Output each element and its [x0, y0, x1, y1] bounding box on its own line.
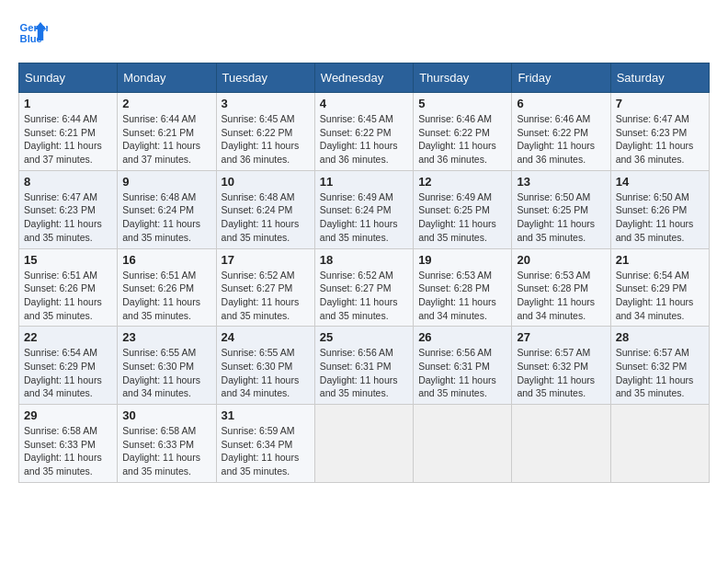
day-detail: Sunrise: 6:48 AM Sunset: 6:24 PM Dayligh… — [122, 190, 210, 245]
calendar-cell: 28 Sunrise: 6:57 AM Sunset: 6:32 PM Dayl… — [610, 327, 709, 405]
weekday-header-monday: Monday — [118, 63, 216, 93]
day-number: 19 — [418, 253, 506, 267]
calendar-cell — [314, 405, 413, 483]
day-number: 25 — [320, 330, 408, 344]
calendar-cell: 20 Sunrise: 6:53 AM Sunset: 6:28 PM Dayl… — [512, 248, 610, 327]
day-detail: Sunrise: 6:51 AM Sunset: 6:26 PM Dayligh… — [24, 269, 112, 323]
day-number: 23 — [122, 330, 210, 344]
day-number: 27 — [517, 330, 605, 344]
day-detail: Sunrise: 6:46 AM Sunset: 6:22 PM Dayligh… — [517, 112, 605, 167]
day-number: 10 — [222, 175, 310, 189]
day-number: 31 — [222, 408, 310, 422]
day-detail: Sunrise: 6:46 AM Sunset: 6:22 PM Dayligh… — [418, 112, 506, 167]
logo-icon: General Blue — [18, 18, 48, 48]
calendar-cell: 23 Sunrise: 6:55 AM Sunset: 6:30 PM Dayl… — [118, 327, 216, 405]
calendar-cell: 30 Sunrise: 6:58 AM Sunset: 6:33 PM Dayl… — [118, 405, 216, 483]
day-number: 5 — [418, 97, 506, 110]
calendar-cell: 15 Sunrise: 6:51 AM Sunset: 6:26 PM Dayl… — [19, 248, 118, 327]
calendar-cell: 22 Sunrise: 6:54 AM Sunset: 6:29 PM Dayl… — [19, 327, 118, 405]
calendar-cell: 31 Sunrise: 6:59 AM Sunset: 6:34 PM Dayl… — [216, 405, 314, 483]
calendar-table: SundayMondayTuesdayWednesdayThursdayFrid… — [18, 63, 710, 483]
day-number: 2 — [122, 97, 210, 110]
day-number: 14 — [616, 175, 704, 189]
day-number: 29 — [24, 408, 112, 422]
day-detail: Sunrise: 6:50 AM Sunset: 6:25 PM Dayligh… — [517, 190, 605, 245]
day-detail: Sunrise: 6:47 AM Sunset: 6:23 PM Dayligh… — [24, 190, 112, 245]
calendar-cell — [512, 405, 610, 483]
weekday-header-thursday: Thursday — [414, 63, 512, 93]
day-detail: Sunrise: 6:57 AM Sunset: 6:32 PM Dayligh… — [616, 346, 704, 400]
weekday-header-wednesday: Wednesday — [314, 63, 413, 93]
day-detail: Sunrise: 6:52 AM Sunset: 6:27 PM Dayligh… — [320, 269, 408, 323]
calendar-cell: 9 Sunrise: 6:48 AM Sunset: 6:24 PM Dayli… — [118, 170, 216, 248]
day-number: 26 — [418, 330, 506, 344]
day-detail: Sunrise: 6:44 AM Sunset: 6:21 PM Dayligh… — [122, 112, 210, 167]
calendar-cell — [610, 405, 709, 483]
day-number: 21 — [616, 253, 704, 267]
day-detail: Sunrise: 6:56 AM Sunset: 6:31 PM Dayligh… — [418, 346, 506, 400]
weekday-header-friday: Friday — [512, 63, 610, 93]
day-number: 22 — [24, 330, 112, 344]
day-detail: Sunrise: 6:54 AM Sunset: 6:29 PM Dayligh… — [616, 269, 704, 323]
day-number: 8 — [24, 175, 112, 189]
day-number: 30 — [122, 408, 210, 422]
day-number: 4 — [320, 97, 408, 110]
day-number: 16 — [122, 253, 210, 267]
day-detail: Sunrise: 6:50 AM Sunset: 6:26 PM Dayligh… — [616, 190, 704, 245]
day-detail: Sunrise: 6:44 AM Sunset: 6:21 PM Dayligh… — [24, 112, 112, 167]
page-header: General Blue — [18, 18, 710, 48]
weekday-header-tuesday: Tuesday — [216, 63, 314, 93]
calendar-week-4: 22 Sunrise: 6:54 AM Sunset: 6:29 PM Dayl… — [19, 327, 710, 405]
day-detail: Sunrise: 6:55 AM Sunset: 6:30 PM Dayligh… — [122, 346, 210, 400]
calendar-cell: 17 Sunrise: 6:52 AM Sunset: 6:27 PM Dayl… — [216, 248, 314, 327]
calendar-cell: 5 Sunrise: 6:46 AM Sunset: 6:22 PM Dayli… — [414, 93, 512, 171]
calendar-cell: 7 Sunrise: 6:47 AM Sunset: 6:23 PM Dayli… — [610, 93, 709, 171]
day-number: 28 — [616, 330, 704, 344]
day-number: 9 — [122, 175, 210, 189]
calendar-cell: 10 Sunrise: 6:48 AM Sunset: 6:24 PM Dayl… — [216, 170, 314, 248]
day-detail: Sunrise: 6:49 AM Sunset: 6:25 PM Dayligh… — [418, 190, 506, 245]
day-detail: Sunrise: 6:47 AM Sunset: 6:23 PM Dayligh… — [616, 112, 704, 167]
day-number: 13 — [517, 175, 605, 189]
day-detail: Sunrise: 6:45 AM Sunset: 6:22 PM Dayligh… — [320, 112, 408, 167]
day-detail: Sunrise: 6:45 AM Sunset: 6:22 PM Dayligh… — [222, 112, 310, 167]
calendar-cell: 14 Sunrise: 6:50 AM Sunset: 6:26 PM Dayl… — [610, 170, 709, 248]
logo: General Blue — [18, 18, 48, 48]
calendar-cell: 6 Sunrise: 6:46 AM Sunset: 6:22 PM Dayli… — [512, 93, 610, 171]
calendar-cell: 21 Sunrise: 6:54 AM Sunset: 6:29 PM Dayl… — [610, 248, 709, 327]
calendar-cell: 16 Sunrise: 6:51 AM Sunset: 6:26 PM Dayl… — [118, 248, 216, 327]
day-detail: Sunrise: 6:55 AM Sunset: 6:30 PM Dayligh… — [222, 346, 310, 400]
day-detail: Sunrise: 6:56 AM Sunset: 6:31 PM Dayligh… — [320, 346, 408, 400]
calendar-cell — [414, 405, 512, 483]
day-detail: Sunrise: 6:51 AM Sunset: 6:26 PM Dayligh… — [122, 269, 210, 323]
day-number: 18 — [320, 253, 408, 267]
calendar-cell: 19 Sunrise: 6:53 AM Sunset: 6:28 PM Dayl… — [414, 248, 512, 327]
day-number: 20 — [517, 253, 605, 267]
calendar-cell: 29 Sunrise: 6:58 AM Sunset: 6:33 PM Dayl… — [19, 405, 118, 483]
day-number: 17 — [222, 253, 310, 267]
day-detail: Sunrise: 6:48 AM Sunset: 6:24 PM Dayligh… — [222, 190, 310, 245]
calendar-cell: 1 Sunrise: 6:44 AM Sunset: 6:21 PM Dayli… — [19, 93, 118, 171]
calendar-cell: 2 Sunrise: 6:44 AM Sunset: 6:21 PM Dayli… — [118, 93, 216, 171]
calendar-cell: 13 Sunrise: 6:50 AM Sunset: 6:25 PM Dayl… — [512, 170, 610, 248]
calendar-cell: 4 Sunrise: 6:45 AM Sunset: 6:22 PM Dayli… — [314, 93, 413, 171]
day-detail: Sunrise: 6:59 AM Sunset: 6:34 PM Dayligh… — [222, 424, 310, 478]
calendar-cell: 27 Sunrise: 6:57 AM Sunset: 6:32 PM Dayl… — [512, 327, 610, 405]
calendar-week-5: 29 Sunrise: 6:58 AM Sunset: 6:33 PM Dayl… — [19, 405, 710, 483]
day-number: 7 — [616, 97, 704, 110]
day-detail: Sunrise: 6:53 AM Sunset: 6:28 PM Dayligh… — [517, 269, 605, 323]
day-number: 24 — [222, 330, 310, 344]
day-detail: Sunrise: 6:58 AM Sunset: 6:33 PM Dayligh… — [24, 424, 112, 478]
calendar-cell: 11 Sunrise: 6:49 AM Sunset: 6:24 PM Dayl… — [314, 170, 413, 248]
calendar-cell: 12 Sunrise: 6:49 AM Sunset: 6:25 PM Dayl… — [414, 170, 512, 248]
weekday-header-sunday: Sunday — [19, 63, 118, 93]
weekday-header-saturday: Saturday — [610, 63, 709, 93]
day-detail: Sunrise: 6:49 AM Sunset: 6:24 PM Dayligh… — [320, 190, 408, 245]
day-number: 11 — [320, 175, 408, 189]
calendar-week-1: 1 Sunrise: 6:44 AM Sunset: 6:21 PM Dayli… — [19, 93, 710, 171]
day-number: 3 — [222, 97, 310, 110]
day-detail: Sunrise: 6:53 AM Sunset: 6:28 PM Dayligh… — [418, 269, 506, 323]
day-number: 15 — [24, 253, 112, 267]
calendar-cell: 8 Sunrise: 6:47 AM Sunset: 6:23 PM Dayli… — [19, 170, 118, 248]
calendar-cell: 18 Sunrise: 6:52 AM Sunset: 6:27 PM Dayl… — [314, 248, 413, 327]
